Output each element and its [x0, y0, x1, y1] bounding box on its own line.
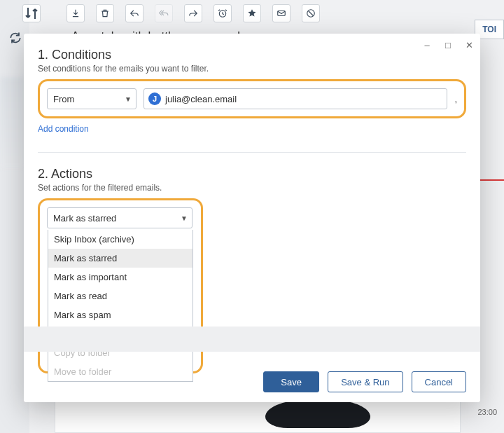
maximize-button[interactable]: □	[442, 39, 454, 50]
reply-all-button[interactable]	[155, 4, 173, 22]
sort-button[interactable]	[22, 4, 41, 22]
action-option[interactable]: Skip Inbox (archive)	[48, 230, 192, 249]
reply-button[interactable]	[125, 4, 144, 22]
snooze-button[interactable]	[214, 4, 232, 22]
contact-email-chip: julia@clean.email	[165, 94, 237, 104]
minimize-button[interactable]: –	[421, 39, 433, 50]
conditions-subtitle: Set conditions for the emails you want t…	[38, 64, 466, 74]
download-button[interactable]	[66, 4, 85, 22]
close-button[interactable]: ✕	[463, 39, 475, 50]
filter-dialog: – □ ✕ 1. Conditions Set conditions for t…	[24, 34, 480, 402]
actions-subtitle: Set actions for the filtered emails.	[38, 183, 466, 193]
action-option[interactable]: Mark as important	[48, 268, 192, 287]
dialog-footer: Save Save & Run Cancel	[263, 371, 466, 392]
action-selected-label: Mark as starred	[53, 213, 116, 224]
chevron-down-icon: ▼	[181, 214, 188, 222]
content-placeholder-strip	[24, 327, 480, 352]
message-toolbar	[66, 4, 320, 22]
condition-field-label: From	[53, 94, 74, 104]
actions-title: 2. Actions	[38, 167, 466, 181]
action-option[interactable]: Mark as starred	[48, 249, 192, 268]
window-controls: – □ ✕	[421, 39, 475, 50]
action-select[interactable]: Mark as starred ▼ Skip Inbox (archive)Ma…	[47, 207, 192, 228]
action-option[interactable]: Mark as read	[48, 287, 192, 305]
calendar-now-line	[476, 179, 504, 181]
save-button[interactable]: Save	[263, 371, 319, 392]
save-and-run-button[interactable]: Save & Run	[328, 371, 402, 392]
conditions-highlight: From ▼ J julia@clean.email ,	[38, 79, 466, 118]
cancel-button[interactable]: Cancel	[412, 371, 466, 392]
mark-read-button[interactable]	[272, 4, 290, 22]
product-image-placeholder	[265, 400, 370, 428]
sync-icon	[8, 31, 22, 45]
delete-button[interactable]	[96, 4, 114, 22]
action-option[interactable]: Mark as spam	[48, 305, 192, 324]
condition-field-select[interactable]: From ▼	[47, 88, 136, 109]
value-separator: ,	[454, 94, 457, 104]
contact-avatar: J	[148, 92, 161, 105]
star-button[interactable]	[243, 4, 261, 22]
block-button[interactable]	[302, 4, 320, 22]
action-option: Move to folder	[48, 362, 192, 381]
section-divider	[38, 152, 466, 153]
action-dropdown[interactable]: Skip Inbox (archive)Mark as starredMark …	[48, 230, 193, 382]
forward-button[interactable]	[184, 4, 202, 22]
chevron-down-icon: ▼	[125, 95, 132, 103]
calendar-time-label: 23:00	[477, 408, 497, 416]
conditions-title: 1. Conditions	[38, 48, 466, 62]
add-condition-link[interactable]: Add condition	[38, 124, 466, 134]
condition-value-input[interactable]: J julia@clean.email	[144, 88, 447, 109]
